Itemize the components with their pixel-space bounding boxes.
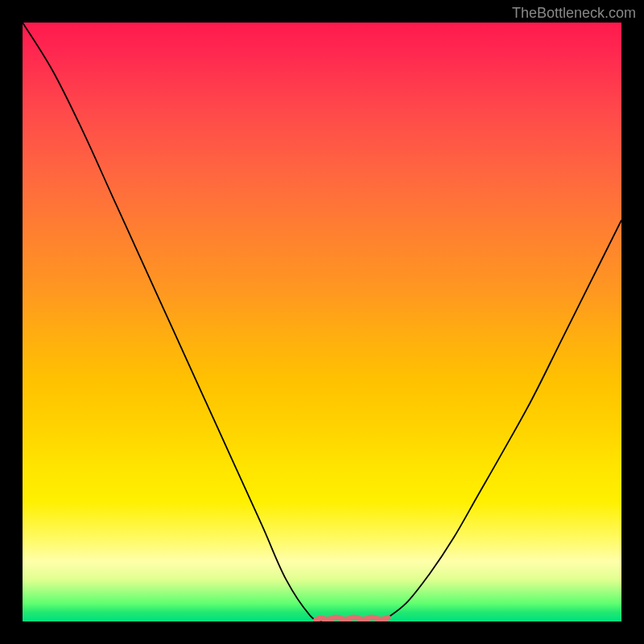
valley-floor-marker <box>316 617 388 620</box>
curve-right-ascent <box>382 221 621 621</box>
watermark-text: TheBottleneck.com <box>512 5 636 22</box>
chart-plot-area <box>23 23 621 621</box>
curve-left-descent <box>23 23 322 621</box>
chart-curves-svg <box>23 23 621 621</box>
